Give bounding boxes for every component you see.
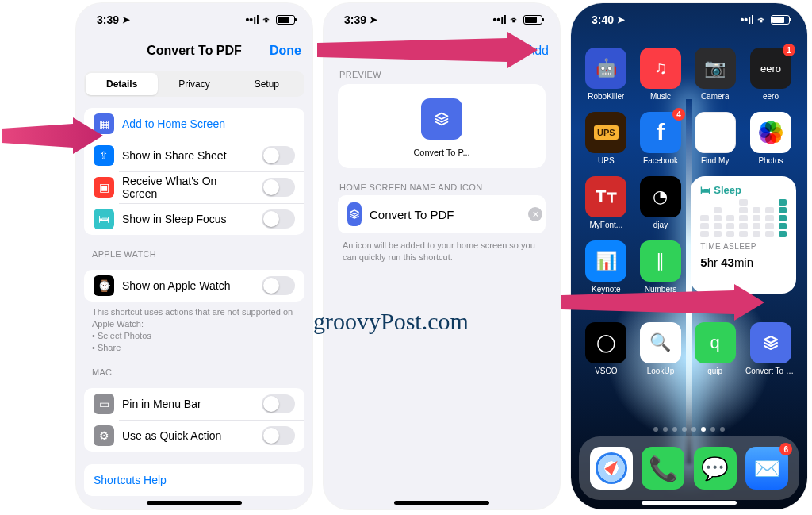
widget-subtitle: TIME ASLEEP [700,242,787,251]
share-sheet-label: Show in Share Sheet [122,149,254,162]
sleep-focus-label: Show in Sleep Focus [122,213,254,225]
share-sheet-row[interactable]: ⇪ Show in Share Sheet [84,140,304,171]
widget-caption: Sleep [733,301,754,309]
app-music[interactable]: ♫ Music [637,48,685,101]
app-photos[interactable]: Photos [745,112,796,165]
home-indicator[interactable] [147,501,242,505]
apple-watch-group: ⌚ Show on Apple Watch [84,270,304,302]
battery-icon [771,15,790,25]
shortcuts-help-label: Shortcuts Help [94,474,295,486]
app-myfont...[interactable]: Tᴛ MyFont... [582,176,630,229]
app-icon: UPS [585,112,626,153]
shortcuts-help-row[interactable]: Shortcuts Help [84,464,304,496]
add-button[interactable]: Add [527,44,549,58]
app-camera[interactable]: 📷 Camera [691,48,739,101]
wifi-icon: ᯤ [262,15,273,25]
receive-screen-row[interactable]: ▣ Receive What's On Screen [84,171,304,203]
status-time: 3:39 [344,13,366,26]
app-icon: eero1 [750,48,791,89]
preview-app-icon [421,98,462,140]
app-quip[interactable]: q quip [691,322,739,375]
done-button[interactable]: Done [270,44,301,58]
dock-app-safari[interactable] [590,447,633,490]
sleep-focus-toggle[interactable] [262,209,295,229]
screenshot-3: 3:40 ➤ ••ıl ᯤ 🤖 RoboKiller ♫ Music 📷 Cam… [571,3,807,509]
apple-watch-section: APPLE WATCH [92,249,297,259]
pin-menubar-toggle[interactable] [262,394,295,413]
share-sheet-toggle[interactable] [262,146,295,165]
shortcut-name-input[interactable] [370,208,520,221]
page-dots[interactable] [571,427,807,432]
sleep-widget[interactable]: 🛏Sleep TIME ASLEEP 5hr 43min [691,176,796,294]
segment-privacy[interactable]: Privacy [158,73,230,95]
app-icon [750,112,791,153]
signal-icon: ••ıl [245,14,259,25]
badge: 4 [672,108,685,121]
location-icon: ➤ [122,15,130,25]
watch-icon: ⌚ [94,275,114,296]
dock-app-phone[interactable]: 📞 [642,447,684,490]
dock-app-mail[interactable]: ✉️6 [745,447,788,490]
name-app-icon[interactable] [347,202,362,226]
screenshot-1: 3:39 ➤ ••ıl ᯤ Convert To PDF Done Detail… [76,3,312,509]
segment-control[interactable]: Details Privacy Setup [84,71,304,97]
mac-group: ▭ Pin in Menu Bar ⚙ Use as Quick Action [84,388,304,452]
show-on-watch-row[interactable]: ⌚ Show on Apple Watch [84,270,304,302]
app-find my[interactable]: ◎ Find My [691,112,739,165]
app-icon: 📷 [695,48,736,89]
screenshot-2: 3:39 ➤ ••ıl ᯤ Add PREVIEW Convert To P..… [324,3,560,509]
app-facebook[interactable]: f4 Facebook [637,112,685,165]
app-icon: ◔ [640,176,681,217]
app-icon [750,322,791,363]
receive-screen-label: Receive What's On Screen [122,175,254,200]
app-icon: 🤖 [585,48,626,89]
segment-details[interactable]: Details [86,73,158,95]
sleep-bars [700,201,787,237]
quick-action-toggle[interactable] [262,426,295,445]
app-convert to pdf[interactable]: Convert To PDF [745,322,796,375]
app-label: eero [763,92,779,101]
pin-menubar-row[interactable]: ▭ Pin in Menu Bar [84,388,304,420]
quick-action-row[interactable]: ⚙ Use as Quick Action [84,420,304,452]
widget-value: 5hr 43min [700,256,787,269]
help-group: Shortcuts Help [84,464,304,496]
segment-setup[interactable]: Setup [231,73,303,95]
sleep-focus-row[interactable]: 🛏 Show in Sleep Focus [84,203,304,235]
signal-icon: ••ıl [492,14,507,25]
name-section: HOME SCREEN NAME AND ICON [339,183,544,192]
app-label: LookUp [647,367,674,375]
home-screen-grid: 🤖 RoboKiller ♫ Music 📷 Camera eero1 eero… [571,37,807,375]
badge: 1 [783,44,795,56]
share-icon: ⇪ [94,145,114,166]
app-icon: ♫ [640,48,681,89]
actions-group: ▦ Add to Home Screen ⇪ Show in Share She… [84,108,304,235]
home-indicator[interactable] [642,501,737,505]
app-keynote[interactable]: 📊 Keynote [582,240,630,294]
location-icon: ➤ [617,15,625,25]
add-to-home-label: Add to Home Screen [122,117,295,130]
home-indicator[interactable] [394,501,489,505]
app-label: Numbers [645,285,677,294]
signal-icon: ••ıl [740,14,754,25]
app-numbers[interactable]: ∥ Numbers [637,240,685,294]
status-bar: 3:40 ➤ ••ıl ᯤ [571,3,807,37]
app-eero[interactable]: eero1 eero [745,48,796,101]
add-to-home-row[interactable]: ▦ Add to Home Screen [84,108,304,140]
clear-icon[interactable]: ✕ [528,207,542,221]
app-djay[interactable]: ◔ djay [637,176,685,229]
app-vsco[interactable]: ◯ VSCO [582,322,630,375]
show-on-watch-toggle[interactable] [262,276,295,295]
app-lookup[interactable]: 🔍 LookUp [637,322,685,375]
app-icon: f4 [640,112,681,153]
battery-icon [276,15,295,25]
status-bar: 3:39 ➤ ••ıl ᯤ [324,3,560,37]
app-robokiller[interactable]: 🤖 RoboKiller [582,48,630,101]
name-input-row[interactable]: ✕ [338,195,546,233]
dock-app-messages[interactable]: 💬 [694,447,737,490]
show-on-watch-label: Show on Apple Watch [122,279,254,292]
receive-screen-toggle[interactable] [262,178,295,197]
status-time: 3:39 [97,13,119,26]
menubar-icon: ▭ [94,394,114,414]
app-ups[interactable]: UPS UPS [582,112,630,165]
app-icon: 📊 [585,240,626,282]
